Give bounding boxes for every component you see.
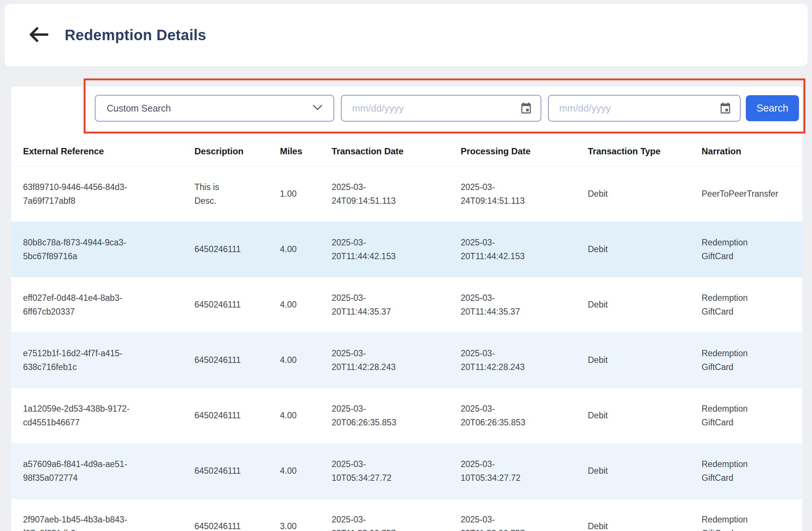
transaction-type-cell: Debit: [588, 409, 702, 422]
description-cell: 6450246111: [194, 409, 243, 422]
external-reference-cell: a57609a6-f841-4d9a-ae51-98f35a072774: [23, 457, 146, 485]
miles-cell: 4.00: [280, 409, 332, 422]
description-cell: 6450246111: [194, 242, 243, 256]
processing-date-cell: 2025-03-20T11:44:35.37: [461, 291, 541, 319]
transaction-type-cell: Debit: [588, 519, 702, 531]
column-header-miles: Miles: [280, 136, 332, 166]
external-reference-cell: 80b8c78a-f873-4944-9ca3-5bc67f89716a: [23, 236, 146, 263]
transaction-type-cell: Debit: [588, 298, 702, 312]
miles-cell: 4.00: [280, 353, 332, 367]
miles-cell: 1.00: [280, 187, 332, 201]
external-reference-cell: 2f907aeb-1b45-4b3a-b843-f67a8f251db2: [23, 513, 146, 531]
processing-date-cell: 2025-03-24T09:14:51.113: [461, 180, 541, 208]
table-row: e7512b1f-16d2-4f7f-a415-638c716feb1c 645…: [11, 332, 802, 388]
description-cell: 6450246111: [194, 353, 243, 367]
description-cell: 6450246111: [194, 464, 243, 478]
date-to-field: [548, 95, 741, 122]
table-row: 2f907aeb-1b45-4b3a-b843-f67a8f251db2 645…: [11, 499, 802, 531]
custom-search-label: Custom Search: [107, 103, 171, 114]
chevron-down-icon: [313, 104, 322, 112]
transaction-date-cell: 2025-03-20T06:26:35.853: [332, 402, 412, 429]
external-reference-cell: eff027ef-0d48-41e4-8ab3-6ff67cb20337: [23, 291, 146, 319]
date-to-input[interactable]: [549, 96, 719, 121]
transaction-type-cell: Debit: [588, 242, 702, 256]
transaction-date-cell: 2025-03-10T05:34:27.72: [332, 457, 412, 485]
custom-search-select[interactable]: Custom Search: [95, 95, 334, 122]
table-row: 1a12059e-2d53-438b-9172-cd4551b46677 645…: [11, 388, 802, 443]
description-cell: 6450246111: [194, 519, 243, 531]
transaction-date-cell: 2025-03-20T11:44:42.153: [332, 236, 412, 263]
page-header: Redemption Details: [4, 4, 808, 66]
narration-cell: Redemption GiftCard: [702, 457, 778, 485]
back-arrow-icon: [28, 26, 49, 44]
transaction-date-cell: 2025-03-24T09:14:51.113: [332, 180, 412, 208]
narration-cell: Redemption GiftCard: [702, 513, 778, 531]
miles-cell: 4.00: [280, 298, 332, 312]
table-row: 63f89710-9446-4456-84d3-7a69f717abf8 Thi…: [11, 166, 802, 222]
transaction-date-cell: 2025-03-20T11:42:28.243: [332, 347, 412, 374]
transaction-type-cell: Debit: [588, 464, 702, 478]
processing-date-cell: 2025-03-20T11:42:28.243: [461, 347, 541, 374]
narration-cell: PeerToPeerTransfer: [702, 187, 778, 201]
transaction-date-cell: 2025-03-03T11:53:06.757: [332, 513, 412, 531]
table-row: 80b8c78a-f873-4944-9ca3-5bc67f89716a 645…: [11, 222, 802, 277]
column-header-external-reference: External Reference: [11, 136, 194, 166]
calendar-icon[interactable]: [719, 102, 732, 115]
column-header-transaction-date: Transaction Date: [332, 136, 461, 166]
narration-cell: Redemption GiftCard: [702, 291, 778, 319]
date-from-input[interactable]: [342, 96, 520, 121]
miles-cell: 3.00: [280, 519, 332, 531]
date-from-field: [341, 95, 541, 122]
back-button[interactable]: [28, 25, 50, 45]
narration-cell: Redemption GiftCard: [702, 402, 778, 429]
column-header-processing-date: Processing Date: [461, 136, 588, 166]
content-card: Custom Search Search: [11, 87, 802, 531]
column-header-description: Description: [194, 136, 280, 166]
external-reference-cell: 1a12059e-2d53-438b-9172-cd4551b46677: [23, 402, 146, 429]
external-reference-cell: e7512b1f-16d2-4f7f-a415-638c716feb1c: [23, 347, 146, 374]
processing-date-cell: 2025-03-03T11:53:06.757: [461, 513, 541, 531]
table-row: eff027ef-0d48-41e4-8ab3-6ff67cb20337 645…: [11, 277, 802, 332]
transaction-type-cell: Debit: [588, 353, 702, 367]
processing-date-cell: 2025-03-20T11:44:42.153: [461, 236, 541, 263]
external-reference-cell: 63f89710-9446-4456-84d3-7a69f717abf8: [23, 180, 146, 208]
narration-cell: Redemption GiftCard: [702, 236, 778, 263]
column-header-transaction-type: Transaction Type: [588, 136, 702, 166]
description-cell: 6450246111: [194, 298, 243, 312]
processing-date-cell: 2025-03-10T05:34:27.72: [461, 457, 541, 485]
table-header-row: External Reference Description Miles Tra…: [11, 136, 802, 166]
page-title: Redemption Details: [65, 27, 206, 44]
miles-cell: 4.00: [280, 464, 332, 478]
description-cell: This is Desc.: [194, 180, 243, 208]
calendar-icon[interactable]: [520, 102, 532, 115]
transaction-type-cell: Debit: [588, 187, 702, 201]
transactions-table: External Reference Description Miles Tra…: [11, 136, 802, 531]
miles-cell: 4.00: [280, 242, 332, 256]
transaction-date-cell: 2025-03-20T11:44:35.37: [332, 291, 412, 319]
processing-date-cell: 2025-03-20T06:26:35.853: [461, 402, 541, 429]
search-button[interactable]: Search: [746, 95, 799, 121]
narration-cell: Redemption GiftCard: [702, 347, 778, 374]
column-header-narration: Narration: [702, 136, 802, 166]
table-row: a57609a6-f841-4d9a-ae51-98f35a072774 645…: [11, 443, 802, 499]
